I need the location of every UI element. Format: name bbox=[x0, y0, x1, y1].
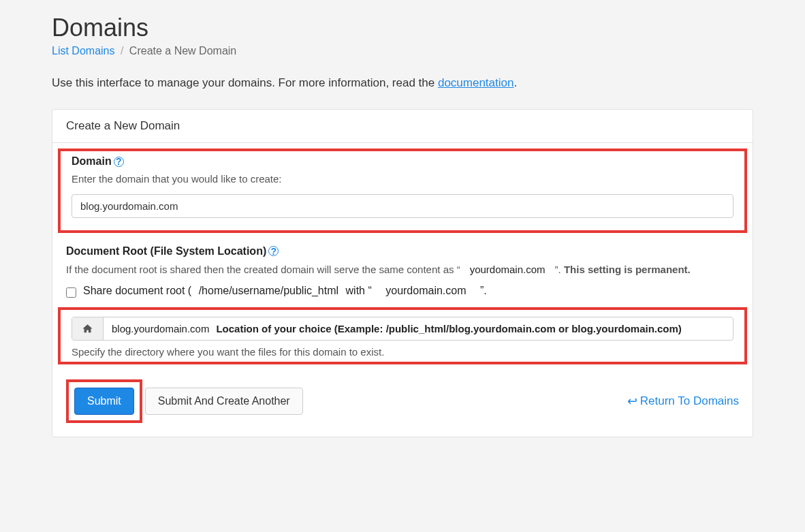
share-suffix: ”. bbox=[480, 285, 487, 296]
breadcrumb: List Domains / Create a New Domain bbox=[52, 45, 753, 57]
share-docroot-checkbox[interactable] bbox=[66, 287, 76, 298]
footer-actions: Submit Submit And Create Another ↩ Retur… bbox=[52, 370, 753, 437]
docroot-dir-hint: Specify the directory where you want the… bbox=[72, 346, 733, 358]
create-domain-panel: Create a New Domain Domain ? Enter the d… bbox=[52, 109, 753, 437]
breadcrumb-list-domains[interactable]: List Domains bbox=[52, 45, 114, 57]
docroot-input-value: blog.yourdomain.com bbox=[112, 323, 209, 334]
docroot-description: If the document root is shared then the … bbox=[66, 262, 739, 278]
docroot-section: Document Root (File System Location) ? I… bbox=[52, 240, 753, 307]
domain-highlight: Domain ? Enter the domain that you would… bbox=[58, 148, 747, 233]
docroot-desc-strong: This setting is permanent. bbox=[564, 264, 691, 275]
docroot-input-highlight: blog.yourdomain.com Location of your cho… bbox=[58, 307, 747, 364]
submit-button[interactable]: Submit bbox=[74, 388, 134, 415]
home-addon bbox=[72, 317, 104, 340]
help-icon[interactable]: ? bbox=[268, 246, 279, 256]
docroot-desc-mid: ”. bbox=[555, 264, 564, 275]
docroot-label-row: Document Root (File System Location) ? bbox=[66, 245, 739, 257]
return-label: Return To Domains bbox=[640, 394, 739, 408]
domain-label: Domain bbox=[72, 155, 112, 168]
intro-text: Use this interface to manage your domain… bbox=[52, 76, 753, 90]
domain-input[interactable] bbox=[72, 194, 733, 218]
docroot-label: Document Root (File System Location) bbox=[66, 245, 266, 257]
breadcrumb-separator: / bbox=[121, 45, 123, 57]
share-docroot-row: Share document root ( /home/username/pub… bbox=[66, 285, 739, 298]
domain-label-row: Domain ? bbox=[72, 155, 733, 168]
submit-highlight: Submit bbox=[66, 379, 142, 423]
home-icon bbox=[82, 323, 93, 334]
docroot-input[interactable]: blog.yourdomain.com Location of your cho… bbox=[104, 317, 733, 340]
docroot-desc-prefix: If the document root is shared then the … bbox=[66, 264, 460, 275]
share-path: /home/username/public_html bbox=[199, 285, 338, 296]
docroot-input-group: blog.yourdomain.com Location of your cho… bbox=[72, 317, 733, 341]
help-icon[interactable]: ? bbox=[114, 157, 124, 167]
share-prefix: Share document root ( bbox=[83, 285, 191, 296]
return-arrow-icon: ↩ bbox=[627, 394, 637, 409]
submit-another-button[interactable]: Submit And Create Another bbox=[145, 388, 303, 415]
share-docroot-label: Share document root ( /home/username/pub… bbox=[83, 285, 487, 297]
return-link[interactable]: ↩ Return To Domains bbox=[627, 394, 739, 409]
panel-title: Create a New Domain bbox=[52, 110, 753, 143]
documentation-link[interactable]: documentation bbox=[438, 76, 514, 89]
share-mid: with “ bbox=[346, 285, 372, 296]
docroot-example: Location of your choice (Example: /publi… bbox=[216, 323, 681, 334]
domain-hint: Enter the domain that you would like to … bbox=[72, 172, 733, 187]
breadcrumb-current: Create a New Domain bbox=[129, 45, 236, 57]
share-domain: yourdomain.com bbox=[385, 285, 466, 296]
intro-prefix: Use this interface to manage your domain… bbox=[52, 76, 438, 89]
intro-suffix: . bbox=[514, 76, 517, 89]
docroot-desc-domain: yourdomain.com bbox=[470, 262, 546, 278]
page-title: Domains bbox=[52, 14, 753, 42]
